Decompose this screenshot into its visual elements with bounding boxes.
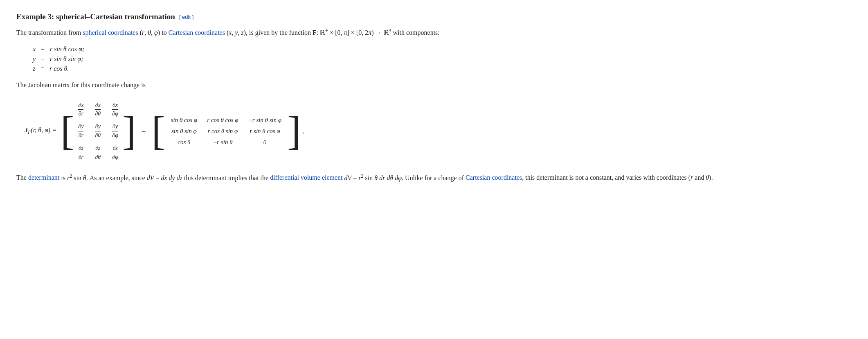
result-right-bracket: ] bbox=[287, 111, 301, 151]
result-left-bracket: [ bbox=[151, 111, 165, 151]
cell-r2c2: r cos θ sin φ bbox=[207, 128, 238, 135]
intro-paragraph: The transformation from spherical coordi… bbox=[16, 27, 852, 38]
cell-r1c3: −r sin θ sin φ bbox=[248, 117, 282, 124]
jacobian-equation: JF(r, θ, φ) = [ ∂x ∂r ∂x ∂θ ∂x ∂φ ∂ bbox=[25, 99, 852, 164]
bottom-text-1: The bbox=[16, 174, 28, 181]
frac-dy-dtheta: ∂y ∂θ bbox=[95, 123, 101, 139]
result-grid: sin θ cos φ r cos θ cos φ −r sin θ sin φ… bbox=[165, 113, 288, 149]
cell-r2c1: sin θ sin φ bbox=[171, 128, 197, 135]
cartesian-coords: (x, y, z) bbox=[225, 29, 246, 36]
frac-dx-dphi: ∂x ∂φ bbox=[112, 102, 118, 118]
equation-y: y = r sin θ sin φ; bbox=[33, 55, 852, 63]
right-bracket: ] bbox=[122, 111, 136, 151]
frac-dx-dtheta: ∂x ∂θ bbox=[95, 102, 101, 118]
section-title: Example 3: spherical–Cartesian transform… bbox=[16, 12, 852, 21]
bottom-text-2: is r2 sin θ. As an example, since dV = d… bbox=[59, 174, 270, 181]
diff-volume-element-link[interactable]: differential volume element bbox=[270, 174, 342, 181]
spherical-coordinates-link[interactable]: spherical coordinates bbox=[83, 29, 138, 36]
frac-dy-dphi: ∂y ∂φ bbox=[112, 123, 118, 139]
bottom-text-3: dV = r2 sin θ dr dθ dφ. Unlike for a cha… bbox=[343, 174, 465, 181]
cell-r3c1: cos θ bbox=[171, 139, 197, 146]
edit-link[interactable]: [ edit ] bbox=[179, 14, 193, 20]
bottom-text-4: , this determinant is not a constant, an… bbox=[522, 174, 713, 181]
cell-r1c2: r cos θ cos φ bbox=[207, 117, 238, 124]
bottom-paragraph: The determinant is r2 sin θ. As an examp… bbox=[16, 172, 852, 183]
equations-block: x = r sin θ cos φ; y = r sin θ sin φ; z … bbox=[33, 45, 852, 72]
cell-r2c3: r sin θ cos φ bbox=[248, 128, 282, 135]
cell-r1c1: sin θ cos φ bbox=[171, 117, 197, 124]
frac-dz-dphi: ∂z ∂φ bbox=[112, 145, 118, 161]
intro-function-text: , is given by the function F: ℝ+ × [0, π… bbox=[246, 29, 440, 36]
period: . bbox=[303, 127, 305, 136]
spherical-coords: (r, θ, φ) bbox=[138, 29, 160, 36]
jacobian-result-matrix: [ sin θ cos φ r cos θ cos φ −r sin θ sin… bbox=[151, 111, 301, 151]
jacobian-intro-text: The Jacobian matrix for this coordinate … bbox=[16, 80, 852, 90]
cartesian-coordinates-link-2[interactable]: Cartesian coordinates bbox=[465, 174, 522, 181]
to-text: to bbox=[160, 29, 168, 36]
frac-dy-dr: ∂y ∂r bbox=[78, 123, 83, 139]
jacobian-matrix-left: [ ∂x ∂r ∂x ∂θ ∂x ∂φ ∂y ∂r bbox=[61, 99, 136, 164]
equation-z: z = r cos θ. bbox=[33, 65, 852, 72]
frac-dz-dtheta: ∂z ∂θ bbox=[95, 145, 101, 161]
cell-r3c3: 0 bbox=[248, 139, 282, 146]
equation-x: x = r sin θ cos φ; bbox=[33, 45, 852, 53]
left-bracket: [ bbox=[61, 111, 74, 151]
equals: = bbox=[142, 127, 146, 136]
determinant-link[interactable]: determinant bbox=[28, 174, 59, 181]
jacobian-label: JF(r, θ, φ) = bbox=[25, 127, 56, 136]
matrix-grid: ∂x ∂r ∂x ∂θ ∂x ∂φ ∂y ∂r ∂y bbox=[74, 99, 122, 164]
frac-dz-dr: ∂z ∂r bbox=[78, 145, 83, 161]
intro-text-1: The transformation from bbox=[16, 29, 83, 36]
frac-dx-dr: ∂x ∂r bbox=[78, 102, 83, 118]
cell-r3c2: −r sin θ bbox=[207, 139, 238, 146]
cartesian-coordinates-link[interactable]: Cartesian coordinates bbox=[169, 29, 225, 36]
